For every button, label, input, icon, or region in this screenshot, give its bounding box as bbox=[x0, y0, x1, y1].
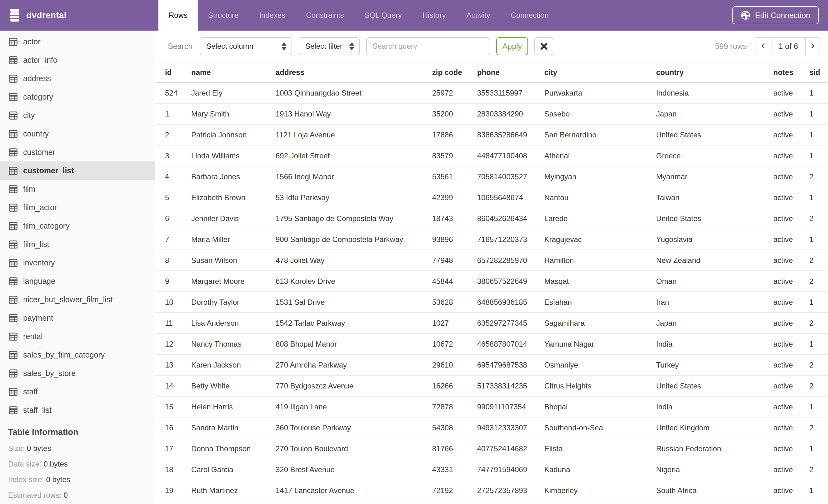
sidebar-table-label: payment bbox=[23, 314, 53, 323]
table-row[interactable]: 1 Mary Smith 1913 Hanoi Way 35200 283033… bbox=[155, 104, 828, 125]
table-row[interactable]: 11 Lisa Anderson 1542 Tarlac Parkway 102… bbox=[155, 313, 828, 334]
column-header-country[interactable]: country bbox=[656, 68, 773, 77]
sidebar-table-item[interactable]: sales_by_store bbox=[0, 364, 155, 382]
cell-sid: 2 bbox=[809, 172, 828, 181]
edit-connection-button[interactable]: Edit Connection bbox=[732, 6, 819, 25]
clear-search-button[interactable] bbox=[534, 37, 553, 55]
cell-phone: 648856936185 bbox=[477, 298, 544, 307]
table-row[interactable]: 13 Karen Jackson 270 Amroha Parkway 2961… bbox=[155, 355, 828, 376]
sidebar-table-item[interactable]: staff_list bbox=[0, 401, 155, 419]
header-tab-label: Rows bbox=[169, 11, 188, 20]
column-header-notes[interactable]: notes bbox=[773, 68, 809, 77]
table-body: 524 Jared Ely 1003 Qinhuangdao Street 25… bbox=[155, 83, 828, 504]
sidebar-table-item[interactable]: country bbox=[0, 125, 155, 143]
header-tab[interactable]: Activity bbox=[456, 0, 501, 31]
table-row[interactable]: 18 Carol Garcia 320 Brest Avenue 43331 7… bbox=[155, 459, 828, 480]
header-tab[interactable]: History bbox=[412, 0, 456, 31]
table-row[interactable]: 5 Elizabeth Brown 53 Idfu Parkway 42399 … bbox=[155, 187, 828, 208]
header-tab[interactable]: Constraints bbox=[296, 0, 354, 31]
cell-country: United States bbox=[656, 214, 773, 223]
sidebar-table-item[interactable]: inventory bbox=[0, 254, 155, 272]
table-row[interactable]: 9 Margaret Moore 613 Korolev Drive 45844… bbox=[155, 271, 828, 292]
sidebar-table-item[interactable]: sales_by_film_category bbox=[0, 346, 155, 364]
sidebar-table-label: film_category bbox=[23, 221, 70, 230]
header-tabs: Rows Structure Indexes Constraints SQL Q… bbox=[158, 0, 559, 31]
table-row[interactable]: 6 Jennifer Davis 1795 Santiago de Compos… bbox=[155, 208, 828, 229]
table-row[interactable]: 2 Patricia Johnson 1121 Loja Avenue 1788… bbox=[155, 125, 828, 145]
table-row[interactable]: 3 Linda Williams 692 Joliet Street 83579… bbox=[155, 145, 828, 167]
column-header-name[interactable]: name bbox=[191, 68, 276, 77]
sidebar-table-item[interactable]: nicer_but_slower_film_list bbox=[0, 290, 155, 309]
table-row[interactable]: 8 Susan Wilson 478 Joliet Way 77948 6572… bbox=[155, 250, 828, 271]
column-header-city[interactable]: city bbox=[544, 68, 656, 77]
table-row[interactable]: 7 Maria Miller 900 Santiago de Compostel… bbox=[155, 229, 828, 250]
sidebar-table-item[interactable]: actor bbox=[0, 33, 155, 51]
sidebar-table-item[interactable]: payment bbox=[0, 309, 155, 327]
header-tab[interactable]: Connection bbox=[501, 0, 559, 31]
prev-page-button[interactable]: ‹ bbox=[755, 38, 772, 55]
sidebar-table-item[interactable]: customer_list bbox=[0, 162, 155, 180]
sidebar-table-label: film_actor bbox=[23, 203, 57, 212]
cell-zip-code: 29610 bbox=[432, 361, 477, 369]
sidebar-table-item[interactable]: customer bbox=[0, 143, 155, 162]
header-tab[interactable]: SQL Query bbox=[354, 0, 412, 31]
table-row[interactable]: 16 Sandra Martin 360 Toulouse Parkway 54… bbox=[155, 417, 828, 439]
apply-button[interactable]: Apply bbox=[496, 37, 528, 55]
cell-name: Helen Harris bbox=[191, 403, 276, 411]
table-grid-icon bbox=[9, 203, 17, 212]
table-row[interactable]: 10 Dorothy Taylor 1531 Sal Drive 53628 6… bbox=[155, 292, 828, 313]
sidebar-table-item[interactable]: actor_info bbox=[0, 51, 155, 69]
search-query-input[interactable] bbox=[366, 37, 490, 55]
sidebar-table-item[interactable]: film_actor bbox=[0, 198, 155, 217]
column-header-sid[interactable]: sid bbox=[809, 68, 828, 77]
table-row[interactable]: 4 Barbara Jones 1566 Inegl Manor 53561 7… bbox=[155, 167, 828, 187]
sidebar-table-item[interactable]: address bbox=[0, 69, 155, 88]
column-header-address[interactable]: address bbox=[276, 68, 432, 77]
header-tab-label: Structure bbox=[208, 11, 238, 20]
sidebar-table-item[interactable]: category bbox=[0, 88, 155, 106]
sidebar-table-item[interactable]: film_category bbox=[0, 217, 155, 235]
cell-address: 478 Joliet Way bbox=[276, 256, 432, 265]
info-value: 0 bytes bbox=[27, 444, 51, 453]
sidebar-table-item[interactable]: rental bbox=[0, 327, 155, 346]
table-grid-icon bbox=[9, 332, 17, 341]
cell-name: Elizabeth Brown bbox=[191, 193, 276, 202]
table-row[interactable]: 524 Jared Ely 1003 Qinhuangdao Street 25… bbox=[155, 83, 828, 104]
cell-notes: active bbox=[773, 340, 809, 349]
cell-city: Citrus Heights bbox=[544, 381, 656, 390]
cell-zip-code: 72878 bbox=[432, 403, 477, 411]
info-value: 0 bytes bbox=[46, 475, 70, 484]
cell-address: 270 Amroha Parkway bbox=[276, 361, 432, 369]
cell-name: Jennifer Davis bbox=[191, 214, 276, 223]
cell-name: Barbara Jones bbox=[191, 172, 276, 181]
header-tab[interactable]: Rows bbox=[158, 0, 198, 31]
table-row[interactable]: 14 Betty White 770 Bydgoszcz Avenue 1626… bbox=[155, 376, 828, 397]
table-row[interactable]: 15 Helen Harris 419 Iligan Lane 72878 99… bbox=[155, 397, 828, 417]
cell-id: 4 bbox=[155, 172, 191, 181]
sidebar-table-item[interactable]: film bbox=[0, 180, 155, 198]
sidebar-table-item[interactable]: language bbox=[0, 272, 155, 290]
cell-country: Oman bbox=[656, 277, 773, 286]
column-header-phone[interactable]: phone bbox=[477, 68, 544, 77]
column-select[interactable]: Select column bbox=[200, 37, 292, 55]
header-tab[interactable]: Indexes bbox=[249, 0, 296, 31]
cell-address: 320 Brest Avenue bbox=[276, 465, 432, 474]
cell-country: United Kingdom bbox=[656, 423, 773, 432]
column-header-id[interactable]: id bbox=[155, 68, 191, 77]
header-tab[interactable]: Structure bbox=[198, 0, 249, 31]
table-row[interactable]: 12 Nancy Thomas 808 Bhopal Manor 10672 4… bbox=[155, 334, 828, 355]
filter-select[interactable]: Select filter bbox=[299, 37, 360, 55]
table-row[interactable]: 19 Ruth Martinez 1417 Lancaster Avenue 7… bbox=[155, 480, 828, 501]
sidebar-table-item[interactable]: staff bbox=[0, 382, 155, 401]
column-select-value: Select column bbox=[206, 42, 253, 51]
column-header-zip-code[interactable]: zip code bbox=[432, 68, 477, 77]
sidebar-table-item[interactable]: film_list bbox=[0, 235, 155, 254]
cell-phone: 380657522649 bbox=[477, 277, 544, 286]
next-page-button[interactable]: › bbox=[805, 38, 820, 55]
cell-zip-code: 54308 bbox=[432, 423, 477, 432]
cell-name: Patricia Johnson bbox=[191, 131, 276, 139]
sidebar-table-label: film bbox=[23, 185, 35, 194]
sidebar-table-item[interactable]: city bbox=[0, 106, 155, 125]
cell-zip-code: 93896 bbox=[432, 235, 477, 244]
table-row[interactable]: 17 Donna Thompson 270 Toulon Boulevard 8… bbox=[155, 439, 828, 459]
